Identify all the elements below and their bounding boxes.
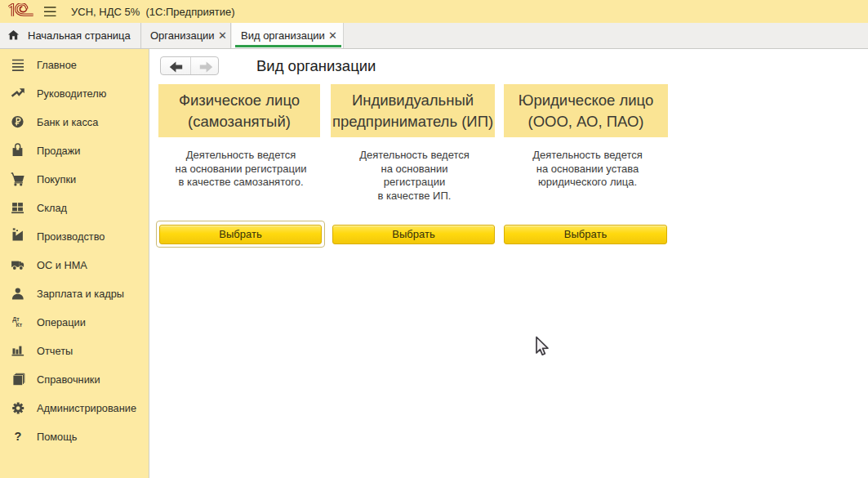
svg-text:Кт: Кт (16, 322, 23, 328)
svg-text:?: ? (15, 430, 22, 443)
